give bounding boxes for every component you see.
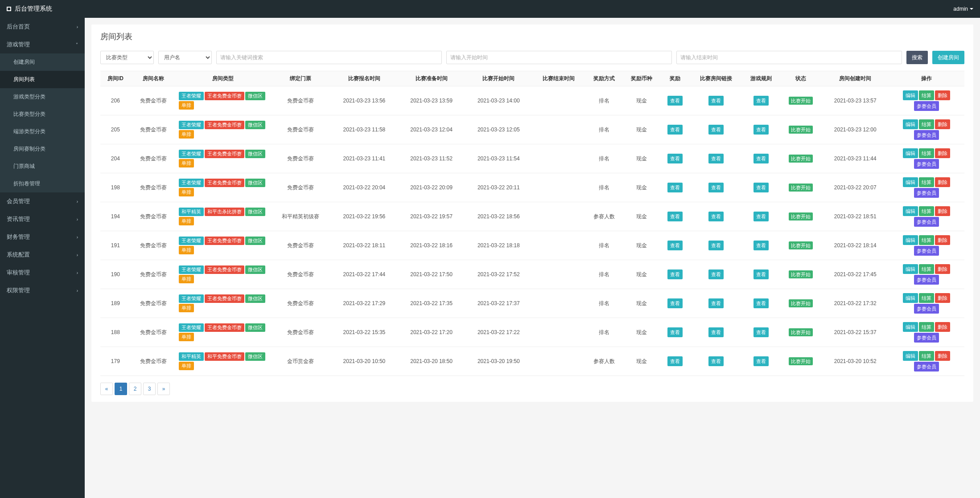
- sidebar-item[interactable]: 权限管理›: [0, 282, 85, 299]
- edit-button[interactable]: 编辑: [903, 119, 918, 129]
- filter-start-input[interactable]: [446, 51, 672, 64]
- view-button[interactable]: 查看: [667, 298, 683, 308]
- settle-button[interactable]: 结算: [919, 206, 934, 216]
- delete-button[interactable]: 删除: [935, 206, 950, 216]
- view-button[interactable]: 查看: [708, 154, 724, 163]
- view-button[interactable]: 查看: [754, 212, 769, 221]
- member-button[interactable]: 参赛会员: [914, 188, 939, 198]
- delete-button[interactable]: 删除: [935, 351, 950, 361]
- sidebar-sub-item[interactable]: 折扣卷管理: [0, 175, 85, 192]
- view-button[interactable]: 查看: [667, 269, 683, 279]
- edit-button[interactable]: 编辑: [903, 322, 918, 332]
- view-button[interactable]: 查看: [708, 212, 724, 221]
- view-button[interactable]: 查看: [708, 241, 724, 250]
- view-button[interactable]: 查看: [708, 356, 724, 366]
- view-button[interactable]: 查看: [667, 327, 683, 337]
- view-button[interactable]: 查看: [754, 298, 769, 308]
- settle-button[interactable]: 结算: [919, 177, 934, 187]
- delete-button[interactable]: 删除: [935, 264, 950, 274]
- view-button[interactable]: 查看: [708, 327, 724, 337]
- page-button[interactable]: 2: [129, 383, 141, 395]
- page-button[interactable]: 3: [143, 383, 156, 395]
- view-button[interactable]: 查看: [754, 154, 769, 163]
- settle-button[interactable]: 结算: [919, 293, 934, 303]
- settle-button[interactable]: 结算: [919, 235, 934, 245]
- member-button[interactable]: 参赛会员: [914, 217, 939, 227]
- edit-button[interactable]: 编辑: [903, 206, 918, 216]
- sidebar-item[interactable]: 系统配置›: [0, 246, 85, 264]
- view-button[interactable]: 查看: [754, 125, 769, 135]
- view-button[interactable]: 查看: [754, 327, 769, 337]
- delete-button[interactable]: 删除: [935, 119, 950, 129]
- filter-type-select[interactable]: 比赛类型: [100, 51, 154, 64]
- sidebar-sub-item[interactable]: 门票商城: [0, 158, 85, 175]
- edit-button[interactable]: 编辑: [903, 293, 918, 303]
- view-button[interactable]: 查看: [667, 212, 683, 221]
- delete-button[interactable]: 删除: [935, 235, 950, 245]
- page-button[interactable]: »: [157, 383, 170, 395]
- member-button[interactable]: 参赛会员: [914, 304, 939, 314]
- create-room-button[interactable]: 创建房间: [932, 51, 964, 64]
- view-button[interactable]: 查看: [708, 96, 724, 106]
- settle-button[interactable]: 结算: [919, 264, 934, 274]
- filter-end-input[interactable]: [676, 51, 902, 64]
- sidebar-sub-item[interactable]: 房间列表: [0, 71, 85, 88]
- view-button[interactable]: 查看: [667, 241, 683, 250]
- settle-button[interactable]: 结算: [919, 90, 934, 100]
- member-button[interactable]: 参赛会员: [914, 362, 939, 371]
- member-button[interactable]: 参赛会员: [914, 130, 939, 140]
- view-button[interactable]: 查看: [754, 96, 769, 106]
- page-button[interactable]: «: [100, 383, 113, 395]
- view-button[interactable]: 查看: [754, 183, 769, 192]
- view-button[interactable]: 查看: [667, 96, 683, 106]
- view-button[interactable]: 查看: [708, 298, 724, 308]
- view-button[interactable]: 查看: [667, 356, 683, 366]
- edit-button[interactable]: 编辑: [903, 177, 918, 187]
- sidebar-sub-item[interactable]: 端游类型分类: [0, 123, 85, 140]
- edit-button[interactable]: 编辑: [903, 264, 918, 274]
- sidebar-item[interactable]: 游戏管理˅: [0, 36, 85, 53]
- settle-button[interactable]: 结算: [919, 322, 934, 332]
- settle-button[interactable]: 结算: [919, 119, 934, 129]
- sidebar-sub-item[interactable]: 房间赛制分类: [0, 140, 85, 158]
- member-button[interactable]: 参赛会员: [914, 333, 939, 343]
- sidebar-item[interactable]: 资讯管理›: [0, 210, 85, 228]
- member-button[interactable]: 参赛会员: [914, 101, 939, 111]
- delete-button[interactable]: 删除: [935, 322, 950, 332]
- view-button[interactable]: 查看: [667, 154, 683, 163]
- view-button[interactable]: 查看: [754, 241, 769, 250]
- page-button[interactable]: 1: [115, 383, 127, 395]
- sidebar-item[interactable]: 后台首页›: [0, 18, 85, 36]
- sidebar-sub-item[interactable]: 比赛类型分类: [0, 106, 85, 123]
- view-button[interactable]: 查看: [667, 183, 683, 192]
- edit-button[interactable]: 编辑: [903, 90, 918, 100]
- member-button[interactable]: 参赛会员: [914, 159, 939, 169]
- sidebar-item[interactable]: 财务管理›: [0, 228, 85, 246]
- user-menu[interactable]: admin: [953, 6, 973, 12]
- member-button[interactable]: 参赛会员: [914, 275, 939, 285]
- cell-reward: 查看: [661, 231, 690, 260]
- view-button[interactable]: 查看: [708, 125, 724, 135]
- delete-button[interactable]: 删除: [935, 293, 950, 303]
- settle-button[interactable]: 结算: [919, 351, 934, 361]
- sidebar-sub-item[interactable]: 游戏类型分类: [0, 88, 85, 106]
- filter-keyword-input[interactable]: [216, 51, 442, 64]
- sidebar-item[interactable]: 会员管理›: [0, 192, 85, 210]
- edit-button[interactable]: 编辑: [903, 148, 918, 158]
- view-button[interactable]: 查看: [754, 356, 769, 366]
- view-button[interactable]: 查看: [754, 269, 769, 279]
- edit-button[interactable]: 编辑: [903, 235, 918, 245]
- search-button[interactable]: 搜索: [906, 51, 928, 64]
- delete-button[interactable]: 删除: [935, 90, 950, 100]
- view-button[interactable]: 查看: [708, 269, 724, 279]
- sidebar-sub-item[interactable]: 创建房间: [0, 53, 85, 71]
- view-button[interactable]: 查看: [667, 125, 683, 135]
- delete-button[interactable]: 删除: [935, 177, 950, 187]
- filter-user-select[interactable]: 用户名: [158, 51, 212, 64]
- settle-button[interactable]: 结算: [919, 148, 934, 158]
- delete-button[interactable]: 删除: [935, 148, 950, 158]
- sidebar-item[interactable]: 审核管理›: [0, 264, 85, 282]
- view-button[interactable]: 查看: [708, 183, 724, 192]
- member-button[interactable]: 参赛会员: [914, 246, 939, 256]
- edit-button[interactable]: 编辑: [903, 351, 918, 361]
